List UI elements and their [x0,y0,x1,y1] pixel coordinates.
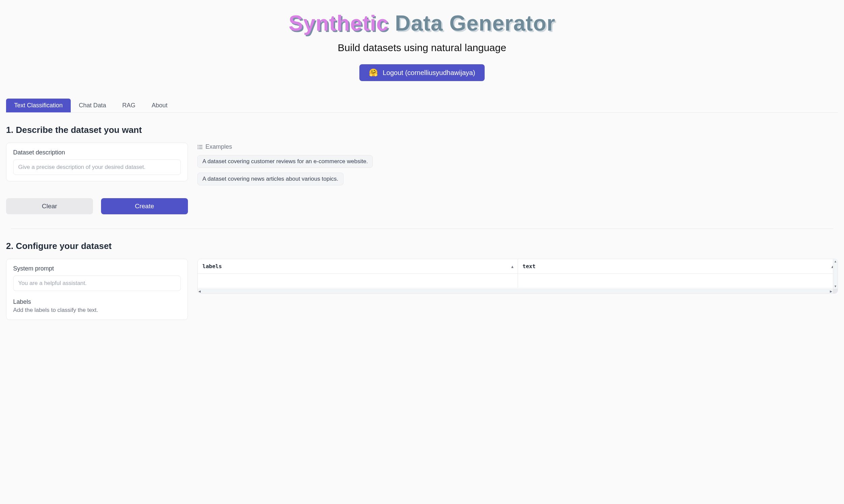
scroll-up-icon: ▲ [834,260,837,263]
system-prompt-label: System prompt [13,265,181,272]
svg-point-2 [198,147,199,147]
system-prompt-input[interactable] [13,275,181,291]
scroll-down-icon: ▼ [834,285,837,288]
tab-rag[interactable]: RAG [114,98,143,112]
tab-bar: Text Classification Chat Data RAG About [6,98,838,113]
dataset-description-label: Dataset description [13,149,181,156]
title-word-rest: Data Generator [395,11,555,35]
column-header-text[interactable]: text ▲ [518,259,838,274]
dataset-description-input[interactable] [13,160,181,175]
page-subtitle: Build datasets using natural language [6,42,838,54]
column-header-labels[interactable]: labels ▲ [198,259,518,274]
tab-text-classification[interactable]: Text Classification [6,98,71,112]
logout-label: Logout (cornelliusyudhawijaya) [383,69,475,77]
horizontal-scrollbar[interactable]: ◀ ▶ [198,289,833,293]
data-table[interactable]: labels ▲ text ▲ [198,259,838,288]
section-1-heading: 1. Describe the dataset you want [6,125,838,135]
table-row[interactable] [198,274,838,288]
section-divider [11,229,833,229]
create-button[interactable]: Create [101,198,188,214]
clear-button[interactable]: Clear [6,198,93,214]
svg-point-0 [198,145,199,145]
vertical-scrollbar[interactable]: ▲ ▼ [833,259,838,289]
title-word-synthetic: Synthetic [289,11,389,35]
list-icon [197,144,203,150]
labels-label: Labels [13,299,181,306]
examples-label: Examples [205,143,232,150]
scroll-corner [833,289,838,293]
labels-sublabel: Add the labels to classify the text. [13,307,181,313]
scroll-right-icon: ▶ [830,290,832,293]
page-title: Synthetic Data Generator [6,12,838,35]
examples-header: Examples [197,143,838,151]
svg-point-4 [198,148,199,149]
tab-chat-data[interactable]: Chat Data [71,98,114,112]
section-2-heading: 2. Configure your dataset [6,241,838,251]
huggingface-icon: 🤗 [369,68,378,77]
sort-asc-icon: ▲ [511,264,514,269]
tab-about[interactable]: About [143,98,175,112]
logout-button[interactable]: 🤗 Logout (cornelliusyudhawijaya) [359,64,485,81]
data-table-wrapper: labels ▲ text ▲ ▲ [197,259,838,294]
scroll-left-icon: ◀ [199,290,201,293]
example-chip-2[interactable]: A dataset covering news articles about v… [197,173,344,185]
example-chip-1[interactable]: A dataset covering customer reviews for … [197,155,373,168]
